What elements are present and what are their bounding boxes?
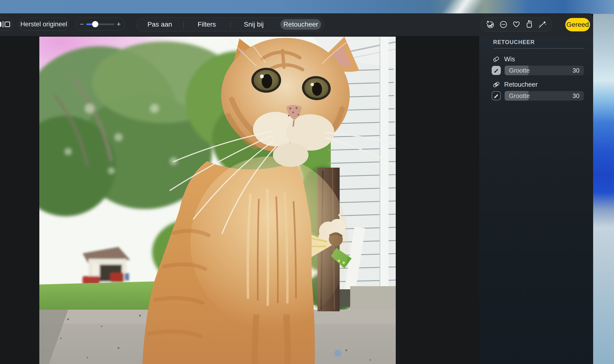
- revert-original-button[interactable]: Herstel origineel: [19, 18, 69, 31]
- desktop-wallpaper-right: [593, 14, 614, 364]
- edit-mode-tabs: Pas aan Filters Snij bij Retoucheer: [136, 17, 324, 31]
- zoom-in-button[interactable]: +: [116, 21, 121, 28]
- desktop-wallpaper-top: [0, 0, 614, 14]
- tab-retoucheer[interactable]: Retoucheer: [277, 18, 324, 31]
- erase-size-controls: Grootte 30: [492, 66, 584, 75]
- bandage-icon: [492, 80, 500, 89]
- retouch-size-value: 30: [572, 92, 579, 100]
- zoom-control: − +: [76, 18, 125, 31]
- more-options-icon[interactable]: [499, 20, 508, 29]
- eraser-icon: [492, 55, 500, 63]
- retouch-size-label: Grootte: [509, 92, 530, 100]
- tool-label-erase: Wis: [504, 56, 515, 63]
- photos-edit-window: RETOUCHEER Wis Grootte 30: [0, 14, 593, 364]
- compare-icon: [0, 21, 10, 27]
- erase-brush-button[interactable]: [492, 66, 501, 75]
- sidebar-divider: [493, 48, 585, 49]
- cat-photo-illustration: [39, 37, 396, 364]
- tab-pas-aan[interactable]: Pas aan: [136, 18, 183, 31]
- edit-toolbar: Herstel origineel − + Pas aan Filters Sn…: [0, 14, 593, 36]
- retouch-sidebar: RETOUCHEER Wis Grootte 30: [479, 36, 593, 364]
- tab-filters[interactable]: Filters: [183, 18, 230, 31]
- retouch-size-slider[interactable]: Grootte 30: [505, 91, 584, 101]
- tool-label-retouch: Retoucheer: [504, 81, 538, 88]
- zoom-out-button[interactable]: −: [79, 21, 84, 28]
- erase-size-label: Grootte: [509, 67, 530, 74]
- rotate-icon[interactable]: [525, 20, 534, 29]
- favorite-heart-icon[interactable]: [512, 20, 521, 29]
- toolbar-action-group: [480, 17, 552, 32]
- retouch-size-controls: Grootte 30: [492, 91, 584, 101]
- photo-canvas[interactable]: [39, 37, 396, 364]
- compare-before-after-button[interactable]: [0, 18, 13, 31]
- retouch-brush-button[interactable]: [492, 91, 501, 100]
- pet-recognition-icon[interactable]: [486, 20, 495, 29]
- erase-size-slider[interactable]: Grootte 30: [505, 66, 584, 75]
- erase-size-value: 30: [572, 67, 579, 74]
- auto-enhance-wand-icon[interactable]: [538, 20, 547, 29]
- tab-snij-bij[interactable]: Snij bij: [230, 18, 277, 31]
- zoom-slider[interactable]: [86, 24, 114, 25]
- edit-canvas: [0, 36, 479, 364]
- photo-distant-house: [83, 247, 130, 284]
- zoom-slider-knob[interactable]: [92, 21, 98, 27]
- done-button[interactable]: Gereed: [565, 18, 590, 31]
- sidebar-title: RETOUCHEER: [493, 39, 535, 46]
- tool-row-erase: Wis: [492, 55, 515, 63]
- desktop: RETOUCHEER Wis Grootte 30: [0, 0, 614, 364]
- tool-row-retouch: Retoucheer: [492, 80, 538, 89]
